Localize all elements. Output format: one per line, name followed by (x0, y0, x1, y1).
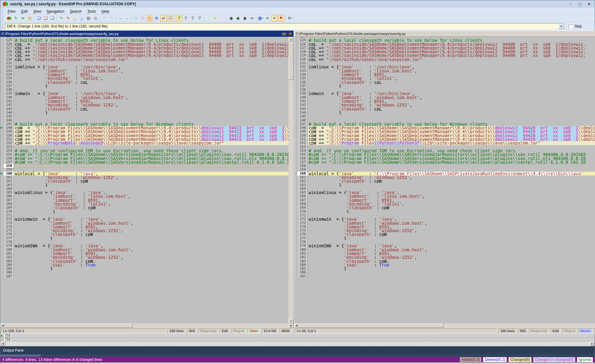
menu-item-tools[interactable]: Tools (85, 9, 99, 14)
maximize-button[interactable]: ▢ (575, 1, 584, 7)
menu-item-navigation[interactable]: Navigation (44, 9, 67, 14)
scroll-up-icon[interactable]: ▲ (289, 37, 293, 42)
code-line: 150cpW += ";C:\\Program Files\\SASHome\\… (0, 134, 289, 137)
code-line: 172winiomwin = {'java' : 'java', (294, 217, 595, 221)
save-second-file-icon[interactable]: ❏ (42, 15, 49, 21)
first-vertical-scrollbar[interactable]: ▲ ▼ (289, 37, 293, 323)
next-diff-icon[interactable]: ↓ (219, 15, 225, 21)
show-identical-icon[interactable]: □ (133, 15, 139, 21)
code-line: 135 'encoding' : 'latin1', (294, 76, 595, 80)
resize-strip[interactable] (0, 362, 595, 364)
code-text: 'encoding' : 'latin1', (14, 202, 289, 206)
filter-active-icon[interactable]: ∇ (176, 15, 182, 21)
scroll-left-icon[interactable]: ◀ (0, 341, 5, 346)
code-line: 128cpL += ":/opt/sasinside/SASHome/SASDe… (294, 50, 595, 54)
scroll-down-icon[interactable]: ▼ (289, 318, 293, 323)
second-file-code[interactable]: 124125# build out a local classpath vari… (294, 37, 595, 323)
redo-icon[interactable]: ↷ (108, 15, 114, 21)
first-file-code[interactable]: 124125# build out a local classpath vari… (0, 37, 289, 323)
ignore-options-icon[interactable]: ⚑ (278, 15, 284, 21)
first-hscroll-thumb[interactable] (5, 323, 133, 328)
current-diff-combobox[interactable]: Diff 4: Change 1 line (160, first file) … (5, 23, 564, 29)
copy-block-left-icon[interactable]: ← (124, 15, 130, 21)
split-view-icon[interactable]: ◫ (147, 15, 153, 21)
code-line: 153 (0, 145, 289, 149)
save-all-icon[interactable]: ❏ (49, 15, 55, 21)
diff-dropdown-button[interactable]: ▼ (558, 24, 564, 29)
close-button[interactable]: ✕ (585, 1, 593, 7)
print-icon[interactable]: ▤ (86, 15, 92, 21)
glyph-margin (294, 103, 297, 107)
toolbar-grip[interactable] (1, 15, 3, 20)
previous-diff-icon[interactable]: ↑ (205, 15, 212, 21)
menu-item-files[interactable]: Files (5, 9, 18, 14)
filter-icon[interactable]: ∇ (183, 15, 189, 21)
find-next-icon[interactable]: ◉ (235, 15, 241, 21)
second-hscroll-thumb[interactable] (299, 323, 444, 328)
menu-item-view[interactable]: View (30, 9, 44, 14)
show-differences-icon[interactable]: □ (140, 15, 146, 21)
code-line: 129cpL += ":/opt/sasinside/SASHome/SASDe… (0, 54, 289, 57)
output-pane-tab[interactable] (0, 354, 41, 357)
four-pane-icon[interactable]: ⊞ (153, 15, 160, 21)
compare-icon[interactable] (6, 15, 12, 21)
first-file-header[interactable]: C:\Program Files\Python\Python37\Lib\sit… (0, 31, 293, 37)
glyph-margin (0, 198, 3, 202)
status-edit: Edit (219, 328, 230, 333)
open-files-icon[interactable]: ▤ (27, 15, 33, 21)
code-line: 137 } (0, 84, 289, 88)
scroll-right-icon[interactable]: ▶ (289, 323, 293, 328)
options-icon[interactable]: ⚙▾ (287, 15, 293, 21)
code-text: 'classpath' : cpW (308, 206, 595, 210)
scroll-left-icon[interactable]: ◀ (0, 323, 5, 328)
status-read-only: Read-only (198, 328, 218, 333)
find-icon[interactable]: ◉ (228, 15, 234, 21)
glyph-margin (0, 217, 3, 221)
synchronize-icon[interactable]: ⇄ (160, 15, 166, 21)
find-prev-icon[interactable]: ◉ (242, 15, 248, 21)
line-numbers-icon[interactable]: ≡ (264, 15, 271, 21)
first-file-pane: C:\Program Files\Python\Python37\Lib\sit… (0, 31, 293, 334)
save-first-file-icon[interactable]: ❏ (36, 15, 42, 21)
second-horizontal-scrollbar[interactable]: ◀ ▶ (294, 323, 595, 328)
filter-options-icon[interactable]: ∇ (196, 15, 203, 21)
recompare-icon[interactable]: ↻ (13, 15, 19, 21)
current-diff-icon[interactable]: ■ (212, 15, 218, 21)
scroll-right-icon[interactable]: ▶ (590, 341, 595, 346)
glyph-margin (294, 244, 297, 248)
line-number: 136 (297, 80, 308, 84)
pane-compare-icon[interactable] (288, 32, 292, 36)
skip-checkbox[interactable] (569, 24, 573, 28)
first-horizontal-scrollbar[interactable]: ◀ ▶ (0, 323, 293, 328)
swap-and-recompare-icon[interactable]: ⇄ (20, 15, 26, 21)
glyph-margin (0, 225, 3, 229)
show-inline-diffs-icon[interactable]: ☑ (167, 15, 173, 21)
print-preview-icon[interactable]: ◎ (92, 15, 99, 21)
code-line: 152cpW += ";C:\\Program Files\\Python\\P… (294, 141, 595, 145)
save-report-icon[interactable]: △ (72, 15, 78, 21)
diff-map-icon[interactable]: ▦▾ (258, 15, 264, 21)
plugins-icon[interactable]: ✦ (271, 15, 277, 21)
differences-pane-scrollbar[interactable]: ◀ ▶ (0, 341, 595, 346)
minimize-button[interactable]: – (566, 1, 575, 7)
menu-grip[interactable] (1, 9, 3, 13)
menu-item-search[interactable]: Search (67, 9, 85, 14)
scroll-left-icon[interactable]: ◀ (294, 323, 299, 328)
second-file-header[interactable]: C:\Program Files\Python\Python37\Lib\sit… (294, 31, 595, 37)
code-text (308, 168, 595, 171)
menu-item-help[interactable]: Help (99, 9, 112, 14)
send-report-icon[interactable]: △ (79, 15, 85, 21)
undo-icon[interactable]: ↶ (101, 15, 108, 21)
copy-block-right-icon[interactable]: → (117, 15, 123, 21)
edit-first-file-icon[interactable]: ✎ (58, 15, 64, 21)
code-line: 184 'sspi' : True (0, 263, 289, 267)
code-line: 169 'classpath' : cpW (0, 206, 289, 210)
session-save-icon[interactable]: ▤▾ (282, 32, 287, 36)
code-line: ▶160winlocal = {'java' : 'java', (0, 172, 289, 176)
edit-second-file-icon[interactable]: ✎ (65, 15, 71, 21)
menu-item-edit[interactable]: Edit (18, 9, 30, 14)
first-vscroll-thumb[interactable] (289, 43, 293, 80)
diffbar-grip[interactable] (1, 23, 3, 29)
filter-edit-icon[interactable]: ∇ (190, 15, 196, 21)
match-case-icon[interactable]: AB (249, 15, 255, 21)
